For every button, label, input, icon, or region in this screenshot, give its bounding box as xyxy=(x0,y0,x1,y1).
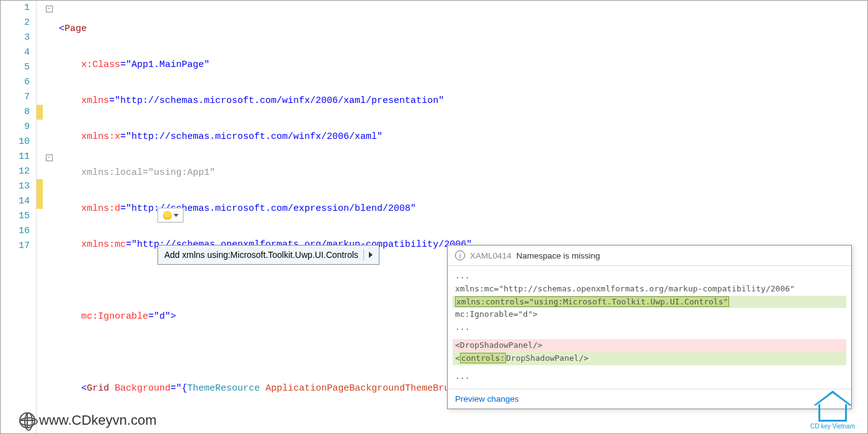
quick-fix-preview-panel: i XAML0414 Namespace is missing ... xmln… xyxy=(447,245,852,409)
line-number: 4 xyxy=(1,45,30,60)
line-number: 9 xyxy=(1,120,30,135)
error-message: Namespace is missing xyxy=(516,251,600,260)
line-number: 17 xyxy=(1,239,30,254)
change-marker-column xyxy=(37,1,43,433)
preview-header: i XAML0414 Namespace is missing xyxy=(448,246,851,266)
code-line[interactable]: x:Class="App1.MainPage" xyxy=(59,58,867,73)
line-number-gutter: 1 2 3 4 5 6 7 8 9 10 11 12 13 14 15 16 1… xyxy=(1,1,37,433)
preview-changes-link[interactable]: Preview changes xyxy=(448,389,851,409)
fold-column: − − xyxy=(43,1,55,433)
line-number: 16 xyxy=(1,224,30,239)
house-icon xyxy=(813,391,852,422)
lightbulb-icon xyxy=(163,211,172,219)
line-number: 6 xyxy=(1,75,30,90)
line-number: 8 xyxy=(1,105,30,120)
code-line[interactable] xyxy=(59,417,867,432)
line-number: 13 xyxy=(1,179,30,194)
line-number: 1 xyxy=(1,1,30,16)
line-number: 11 xyxy=(1,149,30,164)
line-number: 3 xyxy=(1,30,30,45)
line-number: 14 xyxy=(1,194,30,209)
change-marker xyxy=(37,105,43,120)
chevron-down-icon xyxy=(174,214,179,217)
line-number: 7 xyxy=(1,90,30,105)
preview-diff: ... xmlns:mc="http://schemas.openxmlform… xyxy=(448,266,851,389)
change-marker xyxy=(37,194,43,209)
quick-actions-button[interactable] xyxy=(157,208,184,223)
line-number: 15 xyxy=(1,209,30,224)
line-number: 12 xyxy=(1,164,30,179)
code-line[interactable]: xmlns:local="using:App1" xyxy=(59,166,867,180)
info-icon: i xyxy=(455,250,465,260)
fold-toggle[interactable]: − xyxy=(46,6,53,12)
code-line[interactable]: xmlns:x="http://schemas.microsoft.com/wi… xyxy=(59,130,867,144)
code-line[interactable]: <Page xyxy=(59,22,867,37)
chevron-right-icon xyxy=(369,252,373,258)
line-number: 10 xyxy=(1,135,30,149)
fold-toggle[interactable]: − xyxy=(46,154,53,161)
watermark-url: www.CDkeyvn.com xyxy=(19,412,156,428)
watermark-logo: CD key Vietnam xyxy=(810,391,855,430)
globe-icon xyxy=(19,412,35,428)
quick-fix-item[interactable]: Add xmlns using:Microsoft.Toolkit.Uwp.UI… xyxy=(157,245,379,265)
line-number: 2 xyxy=(1,16,30,30)
error-code: XAML0414 xyxy=(470,251,512,260)
quick-fix-label: Add xmlns using:Microsoft.Toolkit.Uwp.UI… xyxy=(164,250,358,260)
line-number: 5 xyxy=(1,60,30,75)
change-marker xyxy=(37,179,43,194)
code-line[interactable]: xmlns="http://schemas.microsoft.com/winf… xyxy=(59,94,867,108)
